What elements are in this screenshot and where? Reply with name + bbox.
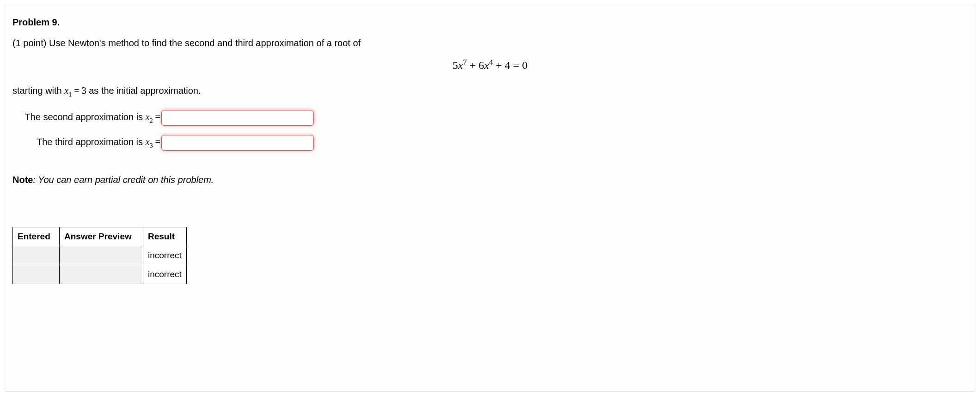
- header-preview: Answer Preview: [60, 227, 143, 246]
- cell-result: incorrect: [143, 246, 187, 265]
- label-var-x3: x: [146, 137, 150, 147]
- prompt-text: Use Newton's method to find the second a…: [49, 38, 361, 48]
- starting-suffix: as the initial approximation.: [86, 85, 201, 96]
- note-text: : You can earn partial credit on this pr…: [33, 175, 214, 185]
- label-prefix-x2: The second approximation is: [24, 112, 145, 122]
- results-table: Entered Answer Preview Result incorrect …: [12, 227, 187, 284]
- problem-title: Problem 9.: [12, 17, 968, 28]
- cell-preview: [60, 265, 143, 284]
- label-var-x2: x: [146, 112, 150, 122]
- problem-container: Problem 9. (1 point) Use Newton's method…: [4, 4, 976, 392]
- answer-row-x2: The second approximation is x2 =: [12, 110, 314, 126]
- table-row: incorrect: [13, 246, 187, 265]
- starting-sub: 1: [68, 91, 72, 98]
- problem-prompt: (1 point) Use Newton's method to find th…: [12, 38, 968, 49]
- answer-label-x3: The third approximation is x3 =: [12, 137, 161, 149]
- header-result: Result: [143, 227, 187, 246]
- results-header-row: Entered Answer Preview Result: [13, 227, 187, 246]
- starting-var: x: [64, 85, 68, 96]
- cell-result: incorrect: [143, 265, 187, 284]
- starting-prefix: starting with: [12, 85, 64, 96]
- cell-preview: [60, 246, 143, 265]
- x2-input[interactable]: [161, 110, 314, 126]
- answer-row-x3: The third approximation is x3 =: [12, 135, 314, 151]
- note-label: Note: [12, 175, 33, 185]
- header-entered: Entered: [13, 227, 60, 246]
- x3-input[interactable]: [161, 135, 314, 151]
- label-prefix-x3: The third approximation is: [37, 137, 146, 147]
- cell-entered: [13, 246, 60, 265]
- label-eq-x3: =: [153, 137, 160, 147]
- table-row: incorrect: [13, 265, 187, 284]
- starting-line: starting with x1 = 3 as the initial appr…: [12, 85, 968, 98]
- points-prefix: (1 point): [12, 38, 49, 48]
- starting-mid: = 3: [72, 85, 86, 96]
- answer-label-x2: The second approximation is x2 =: [12, 112, 161, 124]
- equation: 5x7 + 6x4 + 4 = 0: [12, 58, 968, 72]
- answer-rows: The second approximation is x2 = The thi…: [12, 110, 314, 160]
- label-sub-x2: 2: [150, 117, 153, 124]
- label-sub-x3: 3: [150, 142, 153, 149]
- label-eq-x2: =: [153, 112, 160, 122]
- cell-entered: [13, 265, 60, 284]
- note-line: Note: You can earn partial credit on thi…: [12, 175, 968, 185]
